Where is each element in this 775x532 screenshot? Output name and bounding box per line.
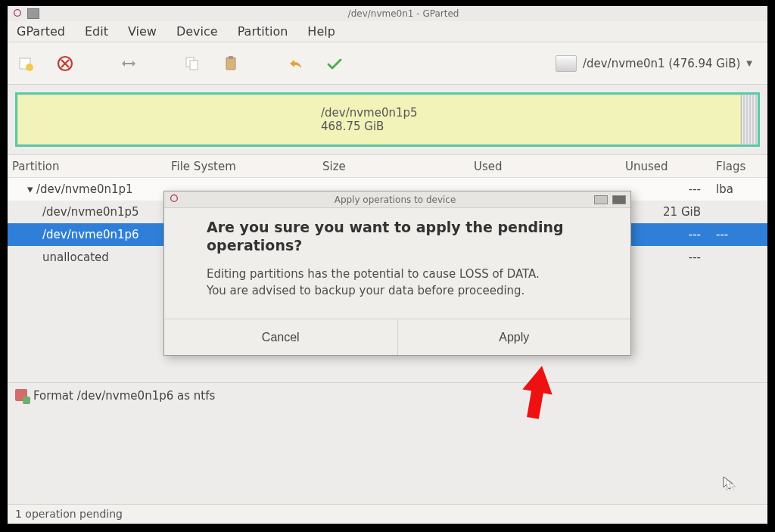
- partition-segment-label: /dev/nvme0n1p5: [321, 106, 740, 120]
- dialog-body: Are you sure you want to apply the pendi…: [164, 208, 630, 319]
- menu-partition[interactable]: Partition: [238, 24, 288, 39]
- cell-partition: /dev/nvme0n1p1: [36, 182, 133, 196]
- cell-size: ---: [625, 250, 716, 264]
- partition-segment-tail[interactable]: [741, 95, 758, 145]
- copy-icon[interactable]: [183, 54, 201, 73]
- window-title: /dev/nvme0n1 - GParted: [44, 8, 763, 19]
- tree-expander-icon[interactable]: ▾: [27, 182, 36, 196]
- cell-partition: /dev/nvme0n1p5: [12, 205, 171, 219]
- debian-logo-icon: [12, 8, 23, 20]
- toolbar: /dev/nvme0n1 (476.94 GiB) ▼: [8, 42, 767, 85]
- debian-logo-icon: [169, 193, 179, 206]
- menu-edit[interactable]: Edit: [85, 24, 108, 39]
- resize-move-icon[interactable]: [120, 54, 138, 73]
- dialog-message-line: Editing partitions has the potential to …: [207, 266, 600, 283]
- dialog-titlebar[interactable]: Apply operations to device: [164, 191, 630, 208]
- format-operation-icon: [15, 389, 27, 401]
- menu-view[interactable]: View: [128, 24, 157, 39]
- menu-help[interactable]: Help: [307, 24, 335, 39]
- apply-confirmation-dialog: Apply operations to device Are you sure …: [163, 191, 631, 356]
- window-minimize-icon[interactable]: [594, 195, 608, 204]
- col-flags[interactable]: Flags: [716, 160, 763, 173]
- device-selector[interactable]: /dev/nvme0n1 (476.94 GiB) ▼: [549, 52, 758, 75]
- new-partition-icon[interactable]: [17, 54, 35, 73]
- dialog-title: Apply operations to device: [201, 194, 590, 205]
- partition-segment-size: 468.75 GiB: [321, 120, 740, 133]
- partition-segment-nvme0n1p5[interactable]: /dev/nvme0n1p5 468.75 GiB: [17, 95, 741, 145]
- disk-icon: [556, 55, 577, 72]
- statusbar: 1 operation pending: [8, 504, 767, 524]
- col-filesystem[interactable]: File System: [171, 160, 322, 173]
- col-size[interactable]: Size: [322, 160, 474, 173]
- statusbar-text: 1 operation pending: [15, 508, 123, 520]
- svg-point-0: [14, 9, 21, 16]
- apply-icon[interactable]: [325, 54, 344, 73]
- delete-partition-icon[interactable]: [56, 54, 74, 73]
- pending-operation-line: Format /dev/nvme0n1p6 as ntfs: [33, 389, 215, 403]
- undo-icon[interactable]: [286, 54, 304, 73]
- svg-point-2: [26, 64, 33, 71]
- cancel-button[interactable]: Cancel: [164, 319, 398, 355]
- chevron-down-icon: ▼: [746, 59, 752, 67]
- partition-graphic: /dev/nvme0n1p5 468.75 GiB: [8, 85, 767, 154]
- svg-point-10: [171, 195, 178, 202]
- paste-icon[interactable]: [223, 54, 241, 73]
- window-maximize-icon[interactable]: [612, 195, 626, 204]
- window-titlebar: /dev/nvme0n1 - GParted: [8, 6, 767, 21]
- dialog-message-line: You are advised to backup your data befo…: [207, 282, 600, 300]
- terminal-icon: [27, 8, 39, 19]
- svg-rect-8: [226, 58, 235, 70]
- device-selector-label: /dev/nvme0n1 (476.94 GiB): [583, 57, 740, 70]
- cell-flags: ---: [716, 228, 763, 241]
- cell-unused: ---: [625, 182, 716, 196]
- apply-button[interactable]: Apply: [398, 319, 631, 355]
- cell-partition: /dev/nvme0n1p6: [12, 228, 171, 241]
- svg-rect-9: [229, 56, 233, 59]
- dialog-buttons: Cancel Apply: [164, 319, 630, 355]
- col-partition[interactable]: Partition: [12, 160, 171, 173]
- dialog-question: Are you sure you want to apply the pendi…: [207, 219, 600, 255]
- terminal-icon: [184, 195, 196, 204]
- svg-rect-7: [190, 61, 198, 70]
- cell-partition: unallocated: [12, 250, 171, 264]
- gparted-window: /dev/nvme0n1 - GParted GParted Edit View…: [8, 6, 767, 524]
- menubar: GParted Edit View Device Partition Help: [8, 21, 767, 42]
- menu-device[interactable]: Device: [176, 24, 218, 39]
- table-header: Partition File System Size Used Unused F…: [8, 155, 767, 178]
- pending-operations: Format /dev/nvme0n1p6 as ntfs: [8, 382, 767, 458]
- cell-size: ---: [625, 228, 716, 241]
- col-used[interactable]: Used: [474, 160, 625, 173]
- mouse-cursor-icon: [722, 475, 737, 490]
- cell-size: 21 GiB: [625, 205, 716, 219]
- cell-flags: lba: [716, 182, 763, 196]
- menu-gparted[interactable]: GParted: [17, 24, 65, 39]
- col-unused[interactable]: Unused: [625, 160, 716, 173]
